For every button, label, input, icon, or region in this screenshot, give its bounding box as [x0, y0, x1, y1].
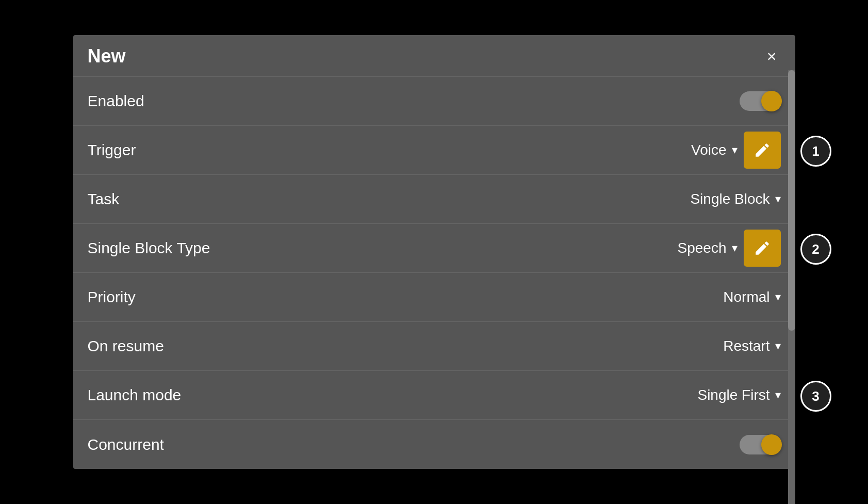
- row-trigger: Trigger Voice ▾: [73, 126, 795, 175]
- label-single-block-type: Single Block Type: [88, 239, 210, 257]
- close-button[interactable]: ×: [763, 46, 781, 67]
- label-task: Task: [88, 190, 120, 208]
- single-block-type-value: Speech: [678, 240, 727, 256]
- badge-2: 2: [800, 234, 831, 265]
- label-enabled: Enabled: [88, 92, 144, 110]
- row-concurrent: Concurrent: [73, 420, 795, 469]
- trigger-value: Voice: [691, 142, 727, 158]
- task-dropdown[interactable]: Single Block ▾: [690, 191, 780, 207]
- toggle-concurrent[interactable]: [740, 435, 781, 454]
- toggle-track-enabled[interactable]: [740, 91, 781, 111]
- trigger-arrow-icon: ▾: [732, 143, 738, 157]
- control-concurrent: [740, 435, 781, 454]
- single-block-type-edit-button[interactable]: [744, 230, 781, 267]
- label-priority: Priority: [88, 288, 136, 306]
- scrollbar-thumb[interactable]: [788, 70, 795, 331]
- scrollbar-track[interactable]: [788, 70, 795, 504]
- control-trigger: Voice ▾: [691, 132, 781, 169]
- task-arrow-icon: ▾: [775, 192, 781, 206]
- label-on-resume: On resume: [88, 337, 164, 355]
- control-single-block-type: Speech ▾: [678, 230, 781, 267]
- label-trigger: Trigger: [88, 141, 136, 159]
- row-single-block-type: Single Block Type Speech ▾: [73, 224, 795, 273]
- row-priority: Priority Normal ▾: [73, 273, 795, 322]
- row-task: Task Single Block ▾: [73, 175, 795, 224]
- priority-value: Normal: [723, 289, 769, 305]
- dialog-title: New: [88, 45, 126, 67]
- control-on-resume: Restart ▾: [723, 338, 780, 354]
- row-launch-mode: Launch mode Single First ▾: [73, 371, 795, 420]
- dialog-header: New ×: [73, 35, 795, 77]
- row-on-resume: On resume Restart ▾: [73, 322, 795, 371]
- badge-3: 3: [800, 381, 831, 412]
- pencil-icon: [754, 141, 771, 159]
- on-resume-arrow-icon: ▾: [775, 339, 781, 353]
- on-resume-value: Restart: [723, 338, 769, 354]
- toggle-knob-enabled: [761, 91, 782, 111]
- launch-mode-dropdown[interactable]: Single First ▾: [697, 387, 780, 403]
- single-block-type-arrow-icon: ▾: [732, 241, 738, 255]
- on-resume-dropdown[interactable]: Restart ▾: [723, 338, 780, 354]
- toggle-enabled[interactable]: [740, 91, 781, 111]
- control-launch-mode: Single First ▾: [697, 387, 780, 403]
- priority-arrow-icon: ▾: [775, 290, 781, 304]
- row-enabled: Enabled: [73, 77, 795, 126]
- launch-mode-value: Single First: [697, 387, 769, 403]
- control-enabled: [740, 91, 781, 111]
- control-task: Single Block ▾: [690, 191, 780, 207]
- label-launch-mode: Launch mode: [88, 386, 182, 404]
- toggle-knob-concurrent: [761, 434, 782, 455]
- label-concurrent: Concurrent: [88, 436, 164, 453]
- trigger-dropdown[interactable]: Voice ▾: [691, 142, 738, 158]
- launch-mode-arrow-icon: ▾: [775, 388, 781, 402]
- dialog: New × Enabled Trigger Voice ▾: [73, 35, 795, 469]
- toggle-track-concurrent[interactable]: [740, 435, 781, 454]
- task-value: Single Block: [690, 191, 769, 207]
- single-block-type-dropdown[interactable]: Speech ▾: [678, 240, 738, 256]
- control-priority: Normal ▾: [723, 289, 780, 305]
- priority-dropdown[interactable]: Normal ▾: [723, 289, 780, 305]
- trigger-edit-button[interactable]: [744, 132, 781, 169]
- pencil-icon-2: [754, 239, 771, 257]
- badge-1: 1: [800, 136, 831, 167]
